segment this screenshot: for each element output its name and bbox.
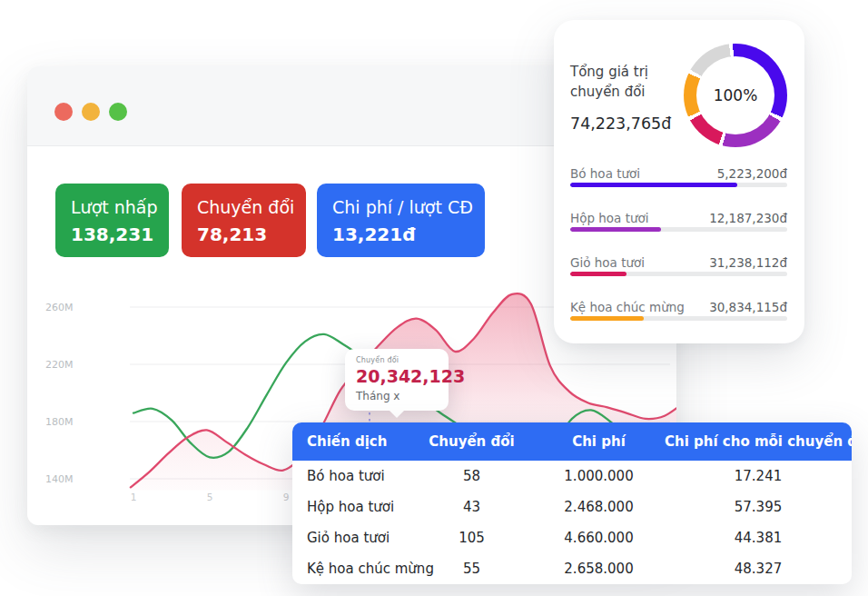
table-row[interactable]: Kệ hoa chúc mừng552.658.00048.327: [292, 553, 852, 584]
x-axis-tick-label: 1: [131, 492, 137, 502]
summary-item-row[interactable]: Kệ hoa chúc mừng30,834,115đ: [570, 294, 787, 339]
summary-item-value: 31,238,112đ: [709, 254, 787, 272]
summary-total-value: 74,223,765đ: [570, 114, 671, 133]
table-cell: 55: [410, 553, 533, 584]
summary-item-label: Kệ hoa chúc mừng: [570, 299, 685, 316]
maximize-window-icon[interactable]: [109, 103, 127, 121]
dashboard-page: Lượt nhấp 138,231 Chuyển đổi 78,213 Chi …: [0, 0, 868, 596]
table-header-cell[interactable]: Chi phí cho mỗi chuyển đổi: [665, 422, 852, 461]
table-cell: Kệ hoa chúc mừng: [292, 553, 410, 584]
table-cell: 43: [410, 492, 533, 522]
y-axis-tick-label: 220M: [45, 359, 74, 371]
donut-center-label: 100%: [696, 56, 774, 134]
donut-chart: 100%: [684, 44, 787, 147]
table-cell: 2.658.000: [533, 553, 665, 584]
stat-value: 13,221đ: [332, 224, 469, 245]
summary-item-value: 30,834,115đ: [709, 299, 787, 316]
progress-bar-fill: [570, 272, 626, 276]
table-cell: Hộp hoa tươi: [292, 492, 410, 522]
summary-item-label: Hộp hoa tươi: [570, 210, 649, 227]
summary-title: Tổng giá trị chuyển đổi: [570, 62, 679, 102]
table-cell: 44.381: [665, 522, 852, 553]
progress-bar-track: [570, 272, 787, 276]
tooltip-period: Tháng x: [356, 390, 437, 402]
summary-title-line2: chuyển đổi: [570, 82, 679, 102]
y-axis-tick-label: 180M: [45, 416, 74, 428]
table-cell: 48.327: [665, 553, 852, 584]
table-cell: 105: [410, 522, 533, 553]
table-row[interactable]: Bó hoa tươi581.000.00017.241: [292, 461, 852, 492]
table-body: Bó hoa tươi581.000.00017.241Hộp hoa tươi…: [292, 461, 852, 584]
tooltip-value: 20,342,123: [356, 366, 437, 386]
conversion-summary-card: Tổng giá trị chuyển đổi 74,223,765đ 100%…: [554, 20, 804, 343]
stat-label: Lượt nhấp: [71, 196, 153, 218]
x-axis-tick-label: 9: [283, 492, 290, 502]
chart-tooltip: Chuyển đổi 20,342,123 Tháng x: [345, 349, 449, 411]
summary-item-label: Bó hoa tươi: [570, 165, 640, 183]
table-cell: 4.660.000: [533, 522, 665, 553]
table-cell: 58: [410, 461, 533, 492]
table-header-cell[interactable]: Chiến dịch: [292, 422, 410, 461]
close-window-icon[interactable]: [54, 103, 73, 121]
table-cell: 17.241: [665, 461, 852, 492]
stat-card-cost-per-conversion[interactable]: Chi phí / lượt CĐ 13,221đ: [317, 184, 485, 257]
minimize-window-icon[interactable]: [82, 103, 100, 121]
stat-value: 78,213: [197, 224, 291, 245]
progress-bar-fill: [570, 227, 661, 232]
stat-value: 138,231: [71, 224, 153, 245]
stat-card-clicks[interactable]: Lượt nhấp 138,231: [55, 184, 169, 257]
progress-bar-track: [570, 183, 787, 187]
table-row[interactable]: Giỏ hoa tươi1054.660.00044.381: [292, 522, 852, 553]
table-cell: 1.000.000: [533, 461, 665, 492]
summary-item-value: 12,187,230đ: [709, 210, 787, 227]
table-cell: 57.395: [665, 492, 852, 522]
stat-card-conversions[interactable]: Chuyển đổi 78,213: [182, 184, 306, 257]
stat-label: Chuyển đổi: [197, 196, 291, 218]
table-header-cell[interactable]: Chi phí: [533, 422, 665, 461]
table-header-cell[interactable]: Chuyển đổi: [410, 422, 533, 461]
progress-bar-fill: [570, 316, 644, 321]
progress-bar-track: [570, 316, 787, 321]
summary-item-row[interactable]: Giỏ hoa tươi31,238,112đ: [570, 250, 787, 294]
summary-item-row[interactable]: Hộp hoa tươi12,187,230đ: [570, 205, 787, 250]
summary-title-line1: Tổng giá trị: [570, 62, 679, 82]
progress-bar-fill: [570, 183, 737, 187]
summary-item-label: Giỏ hoa tươi: [570, 254, 645, 272]
progress-bar-track: [570, 227, 787, 232]
campaign-table: Chiến dịchChuyển đổiChi phíChi phí cho m…: [292, 422, 852, 584]
stat-label: Chi phí / lượt CĐ: [332, 196, 469, 218]
y-axis-tick-label: 140M: [45, 473, 74, 485]
summary-item-value: 5,223,200đ: [717, 165, 787, 183]
table-cell: Giỏ hoa tươi: [292, 522, 410, 553]
summary-item-list: Bó hoa tươi5,223,200đHộp hoa tươi12,187,…: [570, 161, 787, 339]
y-axis-tick-label: 260M: [45, 302, 74, 313]
x-axis-tick-label: 5: [207, 492, 213, 502]
table-row[interactable]: Hộp hoa tươi432.468.00057.395: [292, 492, 852, 522]
table-cell: Bó hoa tươi: [292, 461, 410, 492]
table-header-row: Chiến dịchChuyển đổiChi phíChi phí cho m…: [292, 422, 852, 461]
table-cell: 2.468.000: [533, 492, 665, 522]
tooltip-series-label: Chuyển đổi: [356, 356, 437, 364]
summary-item-row[interactable]: Bó hoa tươi5,223,200đ: [570, 161, 787, 205]
